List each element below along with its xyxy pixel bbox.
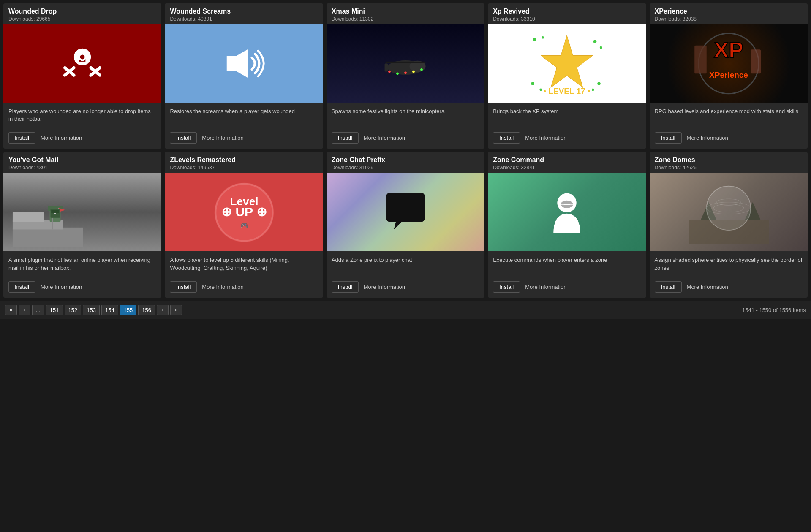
install-button-zone-command[interactable]: Install — [493, 281, 520, 293]
install-button-xperience[interactable]: Install — [655, 132, 682, 144]
svg-point-18 — [420, 68, 423, 71]
svg-text:⊕ UP ⊕: ⊕ UP ⊕ — [221, 205, 267, 219]
card-title: Wounded Drop — [8, 8, 156, 15]
more-info-button-zone-chat-prefix[interactable]: More Information — [364, 282, 405, 292]
svg-point-25 — [540, 88, 542, 91]
install-button-youve-got-mail[interactable]: Install — [8, 281, 35, 293]
card-description: Allows player to level up 5 different sk… — [165, 251, 323, 277]
card-header: Wounded ScreamsDownloads: 40391 — [165, 3, 323, 24]
card-header: Zone CommandDownloads: 32841 — [488, 152, 646, 173]
prev-page-button[interactable]: ‹ — [19, 305, 30, 315]
ellipsis-button: ... — [32, 305, 44, 315]
svg-point-16 — [404, 72, 407, 74]
plugin-card-xp-revived: Xp RevivedDownloads: 33310 • LEVEL 17 • … — [488, 3, 646, 149]
install-button-xmas-mini[interactable]: Install — [332, 132, 359, 144]
svg-point-15 — [396, 72, 399, 75]
svg-rect-12 — [385, 64, 388, 72]
svg-text:XPerience: XPerience — [709, 71, 748, 79]
svg-marker-19 — [541, 35, 593, 88]
card-title: Xp Revived — [493, 8, 641, 15]
card-downloads: Downloads: 32038 — [655, 16, 803, 22]
pagination-range: 1541 - 1550 of 1556 items — [742, 307, 806, 313]
card-header: Xmas MiniDownloads: 11302 — [327, 3, 484, 24]
page-156-button[interactable]: 156 — [138, 305, 155, 315]
more-info-button-zone-domes[interactable]: More Information — [687, 282, 728, 292]
card-image — [327, 173, 484, 251]
more-info-button-youve-got-mail[interactable]: More Information — [41, 282, 82, 292]
svg-text:• LEVEL 17 •: • LEVEL 17 • — [544, 87, 591, 95]
card-header: Zone Chat PrefixDownloads: 31929 — [327, 152, 484, 173]
card-title: XPerience — [655, 8, 803, 15]
card-header: You've Got MailDownloads: 4301 — [3, 152, 161, 173]
card-description: Restores the screams when a player gets … — [165, 103, 323, 128]
svg-point-26 — [598, 82, 601, 85]
svg-rect-43 — [51, 210, 59, 213]
card-actions: InstallMore Information — [488, 128, 646, 149]
svg-rect-39 — [52, 218, 53, 230]
install-button-zone-domes[interactable]: Install — [655, 281, 682, 293]
install-button-zone-chat-prefix[interactable]: Install — [332, 281, 359, 293]
next-page-button[interactable]: › — [157, 305, 169, 315]
card-description: Brings back the XP system — [488, 103, 646, 128]
plugin-card-xmas-mini: Xmas MiniDownloads: 11302 Spawns some fe… — [327, 3, 484, 149]
card-downloads: Downloads: 40391 — [170, 16, 318, 22]
card-downloads: Downloads: 11302 — [332, 16, 479, 22]
last-page-button[interactable]: » — [170, 305, 182, 315]
card-image — [650, 173, 808, 251]
card-header: Xp RevivedDownloads: 33310 — [488, 3, 646, 24]
more-info-button-wounded-screams[interactable]: More Information — [202, 133, 243, 143]
page-153-button[interactable]: 153 — [83, 305, 100, 315]
plugin-card-zlevels-remastered: ZLevels RemasteredDownloads: 149637 Leve… — [165, 152, 323, 297]
more-info-button-xperience[interactable]: More Information — [687, 133, 728, 143]
svg-rect-11 — [387, 67, 408, 69]
svg-point-44 — [54, 213, 56, 214]
card-title: You've Got Mail — [8, 156, 156, 164]
card-image — [488, 173, 646, 251]
svg-point-24 — [531, 82, 535, 85]
page-155-button[interactable]: 155 — [120, 305, 137, 315]
card-actions: InstallMore Information — [165, 128, 323, 149]
card-title: Zone Chat Prefix — [332, 156, 479, 164]
more-info-button-xp-revived[interactable]: More Information — [525, 133, 566, 143]
card-actions: InstallMore Information — [327, 128, 484, 149]
card-image — [327, 24, 484, 103]
card-header: Wounded DropDownloads: 29665 — [3, 3, 161, 24]
card-downloads: Downloads: 29665 — [8, 16, 156, 22]
more-info-button-zlevels-remastered[interactable]: More Information — [202, 282, 243, 292]
card-image: XP XPerience — [650, 24, 808, 103]
card-downloads: Downloads: 42626 — [655, 165, 803, 171]
plugin-card-wounded-screams: Wounded ScreamsDownloads: 40391 Restores… — [165, 3, 323, 149]
pagination-bar: « ‹ ... 151 152 153 154 155 156 › » 1541… — [0, 301, 811, 319]
svg-text:XP: XP — [714, 38, 743, 62]
svg-point-20 — [533, 38, 537, 41]
card-description: Players who are wounded are no longer ab… — [3, 103, 161, 128]
page-151-button[interactable]: 151 — [46, 305, 63, 315]
svg-rect-32 — [694, 46, 707, 74]
more-info-button-zone-command[interactable]: More Information — [525, 282, 566, 292]
card-downloads: Downloads: 33310 — [493, 16, 641, 22]
svg-rect-36 — [13, 212, 44, 222]
svg-point-23 — [600, 46, 602, 49]
svg-point-14 — [388, 71, 391, 73]
install-button-wounded-drop[interactable]: Install — [8, 132, 35, 144]
svg-rect-13 — [385, 62, 425, 63]
plugin-card-zone-command: Zone CommandDownloads: 32841 Execute com… — [488, 152, 646, 297]
first-page-button[interactable]: « — [5, 305, 17, 315]
page-154-button[interactable]: 154 — [101, 305, 118, 315]
install-button-xp-revived[interactable]: Install — [493, 132, 520, 144]
install-button-zlevels-remastered[interactable]: Install — [170, 281, 197, 293]
more-info-button-xmas-mini[interactable]: More Information — [364, 133, 405, 143]
card-header: Zone DomesDownloads: 42626 — [650, 152, 808, 173]
pagination-controls: « ‹ ... 151 152 153 154 155 156 › » — [5, 305, 182, 315]
svg-rect-33 — [751, 49, 761, 73]
card-image — [3, 24, 161, 103]
card-actions: InstallMore Information — [488, 277, 646, 298]
card-actions: InstallMore Information — [327, 277, 484, 298]
card-image: • LEVEL 17 • — [488, 24, 646, 103]
more-info-button-wounded-drop[interactable]: More Information — [41, 133, 82, 143]
card-description: Assign shaded sphere entities to physica… — [650, 251, 808, 277]
install-button-wounded-screams[interactable]: Install — [170, 132, 197, 144]
plugins-grid: Wounded DropDownloads: 29665 Players who… — [0, 0, 811, 301]
card-actions: InstallMore Information — [165, 277, 323, 298]
page-152-button[interactable]: 152 — [65, 305, 82, 315]
